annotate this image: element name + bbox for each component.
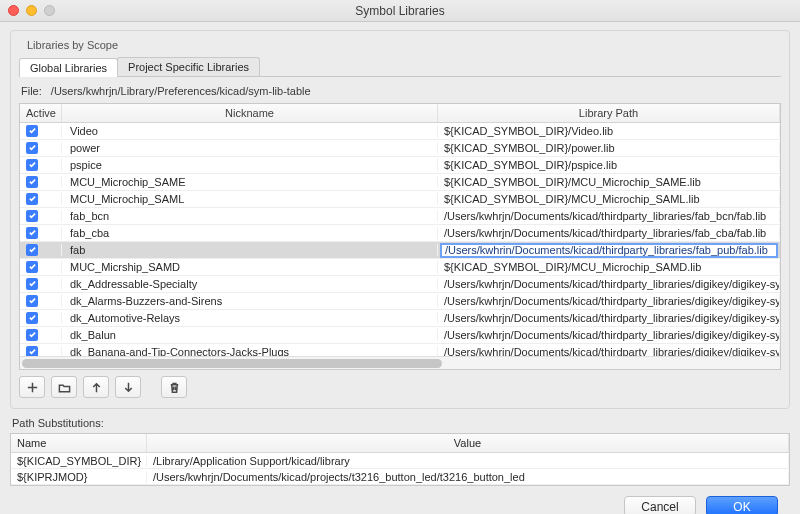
active-checkbox[interactable] xyxy=(26,312,38,324)
cell-path[interactable]: /Users/kwhrjn/Documents/kicad/thirdparty… xyxy=(438,329,780,341)
trash-icon xyxy=(168,381,181,394)
cell-sub-name: ${KIPRJMOD} xyxy=(11,471,147,483)
table-row[interactable]: fab_bcn/Users/kwhrjn/Documents/kicad/thi… xyxy=(20,208,780,225)
cell-active[interactable] xyxy=(20,329,62,342)
cell-path[interactable]: /Users/kwhrjn/Documents/kicad/thirdparty… xyxy=(438,346,780,356)
browse-button[interactable] xyxy=(51,376,77,398)
active-checkbox[interactable] xyxy=(26,142,38,154)
cell-nickname[interactable]: dk_Banana-and-Tip-Connectors-Jacks-Plugs xyxy=(62,346,438,356)
tab-project-libraries[interactable]: Project Specific Libraries xyxy=(117,57,260,76)
table-row[interactable]: pspice${KICAD_SYMBOL_DIR}/pspice.lib xyxy=(20,157,780,174)
move-down-button[interactable] xyxy=(115,376,141,398)
table-row[interactable]: MCU_Microchip_SAME${KICAD_SYMBOL_DIR}/MC… xyxy=(20,174,780,191)
scrollbar-thumb[interactable] xyxy=(22,359,442,368)
col-active[interactable]: Active xyxy=(20,104,62,122)
cell-nickname[interactable]: power xyxy=(62,142,438,154)
table-row[interactable]: MCU_Microchip_SAML${KICAD_SYMBOL_DIR}/MC… xyxy=(20,191,780,208)
cell-active[interactable] xyxy=(20,125,62,138)
table-row[interactable]: dk_Banana-and-Tip-Connectors-Jacks-Plugs… xyxy=(20,344,780,356)
table-row[interactable]: fab_cba/Users/kwhrjn/Documents/kicad/thi… xyxy=(20,225,780,242)
arrow-up-icon xyxy=(90,381,103,394)
active-checkbox[interactable] xyxy=(26,261,38,273)
col-library-path[interactable]: Library Path xyxy=(438,104,780,122)
cell-active[interactable] xyxy=(20,227,62,240)
table-row[interactable]: fab xyxy=(20,242,780,259)
cell-path[interactable]: ${KICAD_SYMBOL_DIR}/Video.lib xyxy=(438,125,780,137)
arrow-down-icon xyxy=(122,381,135,394)
cell-active[interactable] xyxy=(20,278,62,291)
cell-nickname[interactable]: MUC_Micrship_SAMD xyxy=(62,261,438,273)
tab-global-libraries[interactable]: Global Libraries xyxy=(19,58,118,77)
delete-button[interactable] xyxy=(161,376,187,398)
cell-nickname[interactable]: MCU_Microchip_SAME xyxy=(62,176,438,188)
cell-nickname[interactable]: Video xyxy=(62,125,438,137)
cell-active[interactable] xyxy=(20,193,62,206)
subs-col-value[interactable]: Value xyxy=(147,434,789,452)
horizontal-scrollbar[interactable] xyxy=(20,356,780,369)
active-checkbox[interactable] xyxy=(26,346,38,356)
table-row[interactable]: MUC_Micrship_SAMD${KICAD_SYMBOL_DIR}/MCU… xyxy=(20,259,780,276)
cell-active[interactable] xyxy=(20,261,62,274)
active-checkbox[interactable] xyxy=(26,159,38,171)
table-row[interactable]: Video${KICAD_SYMBOL_DIR}/Video.lib xyxy=(20,123,780,140)
cancel-button[interactable]: Cancel xyxy=(624,496,696,514)
subs-row: ${KICAD_SYMBOL_DIR}/Library/Application … xyxy=(11,453,789,469)
cell-active[interactable] xyxy=(20,142,62,155)
tabs: Global Libraries Project Specific Librar… xyxy=(19,57,781,77)
cell-active[interactable] xyxy=(20,346,62,356)
cell-path[interactable]: /Users/kwhrjn/Documents/kicad/thirdparty… xyxy=(438,295,780,307)
active-checkbox[interactable] xyxy=(26,176,38,188)
ok-button[interactable]: OK xyxy=(706,496,778,514)
file-path: /Users/kwhrjn/Library/Preferences/kicad/… xyxy=(51,85,311,97)
table-header: Active Nickname Library Path xyxy=(20,104,780,123)
active-checkbox[interactable] xyxy=(26,329,38,341)
cell-path[interactable]: ${KICAD_SYMBOL_DIR}/power.lib xyxy=(438,142,780,154)
cell-active[interactable] xyxy=(20,159,62,172)
cell-nickname[interactable]: dk_Addressable-Specialty xyxy=(62,278,438,290)
active-checkbox[interactable] xyxy=(26,227,38,239)
cell-sub-value: /Library/Application Support/kicad/libra… xyxy=(147,455,789,467)
cell-nickname[interactable]: fab_cba xyxy=(62,227,438,239)
col-nickname[interactable]: Nickname xyxy=(62,104,438,122)
active-checkbox[interactable] xyxy=(26,278,38,290)
table-row[interactable]: dk_Alarms-Buzzers-and-Sirens/Users/kwhrj… xyxy=(20,293,780,310)
table-row[interactable]: dk_Balun/Users/kwhrjn/Documents/kicad/th… xyxy=(20,327,780,344)
table-row[interactable]: dk_Addressable-Specialty/Users/kwhrjn/Do… xyxy=(20,276,780,293)
cell-active[interactable] xyxy=(20,210,62,223)
active-checkbox[interactable] xyxy=(26,295,38,307)
active-checkbox[interactable] xyxy=(26,210,38,222)
table-row[interactable]: power${KICAD_SYMBOL_DIR}/power.lib xyxy=(20,140,780,157)
cell-path[interactable]: ${KICAD_SYMBOL_DIR}/MCU_Microchip_SAML.l… xyxy=(438,193,780,205)
cell-path[interactable]: ${KICAD_SYMBOL_DIR}/pspice.lib xyxy=(438,159,780,171)
cell-nickname[interactable]: dk_Balun xyxy=(62,329,438,341)
cell-path[interactable]: /Users/kwhrjn/Documents/kicad/thirdparty… xyxy=(438,210,780,222)
cell-path-editing[interactable] xyxy=(438,243,780,258)
cell-nickname[interactable]: fab_bcn xyxy=(62,210,438,222)
cell-path[interactable]: ${KICAD_SYMBOL_DIR}/MCU_Microchip_SAMD.l… xyxy=(438,261,780,273)
cell-nickname[interactable]: pspice xyxy=(62,159,438,171)
active-checkbox[interactable] xyxy=(26,193,38,205)
table-row[interactable]: dk_Automotive-Relays/Users/kwhrjn/Docume… xyxy=(20,310,780,327)
cell-active[interactable] xyxy=(20,244,62,257)
cell-nickname[interactable]: dk_Automotive-Relays xyxy=(62,312,438,324)
libraries-group: Libraries by Scope Global Libraries Proj… xyxy=(10,30,790,409)
path-input[interactable] xyxy=(440,243,778,258)
cell-nickname[interactable]: dk_Alarms-Buzzers-and-Sirens xyxy=(62,295,438,307)
subs-col-name[interactable]: Name xyxy=(11,434,147,452)
move-up-button[interactable] xyxy=(83,376,109,398)
table-toolbar xyxy=(19,376,781,398)
file-path-line: File: /Users/kwhrjn/Library/Preferences/… xyxy=(19,81,781,103)
cell-active[interactable] xyxy=(20,295,62,308)
cell-path[interactable]: /Users/kwhrjn/Documents/kicad/thirdparty… xyxy=(438,312,780,324)
cell-path[interactable]: /Users/kwhrjn/Documents/kicad/thirdparty… xyxy=(438,227,780,239)
cell-nickname[interactable]: fab xyxy=(62,244,438,256)
active-checkbox[interactable] xyxy=(26,244,38,256)
cell-path[interactable]: /Users/kwhrjn/Documents/kicad/thirdparty… xyxy=(438,278,780,290)
cell-nickname[interactable]: MCU_Microchip_SAML xyxy=(62,193,438,205)
cell-sub-name: ${KICAD_SYMBOL_DIR} xyxy=(11,455,147,467)
cell-path[interactable]: ${KICAD_SYMBOL_DIR}/MCU_Microchip_SAME.l… xyxy=(438,176,780,188)
active-checkbox[interactable] xyxy=(26,125,38,137)
add-button[interactable] xyxy=(19,376,45,398)
cell-active[interactable] xyxy=(20,312,62,325)
cell-active[interactable] xyxy=(20,176,62,189)
